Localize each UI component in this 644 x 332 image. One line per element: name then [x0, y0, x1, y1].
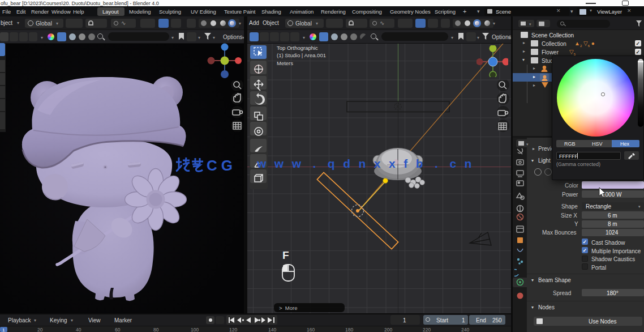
svg-text:CG: CG: [207, 157, 237, 173]
